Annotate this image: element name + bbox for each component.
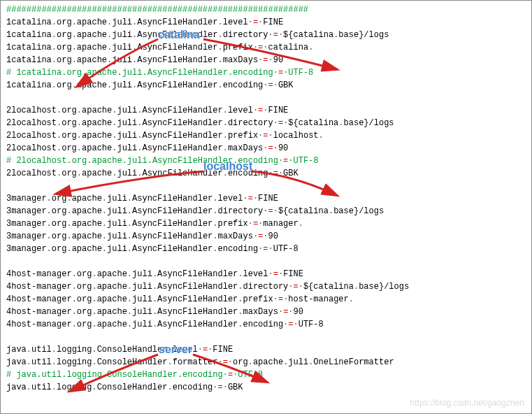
watermark: https://blog.csdn.net/gaogzhen — [410, 397, 524, 409]
property-line: 1catalina.org.apache.juli.AsyncFileHandl… — [6, 54, 526, 66]
property-line: 3manager.org.apache.juli.AsyncFileHandle… — [6, 230, 526, 243]
property-line: 3manager.org.apache.juli.AsyncFileHandle… — [6, 192, 526, 205]
property-line: 2localhost.org.apache.juli.AsyncFileHand… — [6, 167, 526, 180]
property-line: java.util.logging.ConsoleHandler.level·=… — [6, 343, 526, 356]
code-snippet-container: ########################################… — [0, 0, 532, 414]
comment-line: # 2localhost.org.apache.juli.AsyncFileHa… — [6, 155, 526, 167]
comment-line: # 1catalina.org.apache.juli.AsyncFileHan… — [6, 66, 526, 79]
property-line: java.util.logging.ConsoleHandler.encodin… — [6, 381, 526, 394]
property-line: 3manager.org.apache.juli.AsyncFileHandle… — [6, 217, 526, 230]
blank-line — [6, 331, 526, 343]
property-line: 4host-manager.org.apache.juli.AsyncFileH… — [6, 293, 526, 306]
property-line: 4host-manager.org.apache.juli.AsyncFileH… — [6, 268, 526, 280]
property-line: 2localhost.org.apache.juli.AsyncFileHand… — [6, 129, 526, 142]
property-line: 1catalina.org.apache.juli.AsyncFileHandl… — [6, 79, 526, 92]
property-line: 4host-manager.org.apache.juli.AsyncFileH… — [6, 306, 526, 318]
comment-line: # java.util.logging.ConsoleHandler.encod… — [6, 369, 526, 381]
property-line: 2localhost.org.apache.juli.AsyncFileHand… — [6, 142, 526, 155]
property-line: 1catalina.org.apache.juli.AsyncFileHandl… — [6, 29, 526, 41]
property-line: 2localhost.org.apache.juli.AsyncFileHand… — [6, 117, 526, 129]
property-line: 1catalina.org.apache.juli.AsyncFileHandl… — [6, 41, 526, 54]
blank-line — [6, 180, 526, 192]
property-line: 1catalina.org.apache.juli.AsyncFileHandl… — [6, 16, 526, 29]
blank-line — [6, 255, 526, 268]
property-line: java.util.logging.ConsoleHandler.formatt… — [6, 356, 526, 369]
property-line: 4host-manager.org.apache.juli.AsyncFileH… — [6, 280, 526, 293]
code-block: ########################################… — [6, 3, 526, 394]
hash-divider: ########################################… — [6, 3, 526, 16]
blank-line — [6, 92, 526, 104]
property-line: 3manager.org.apache.juli.AsyncFileHandle… — [6, 243, 526, 255]
property-line: 3manager.org.apache.juli.AsyncFileHandle… — [6, 205, 526, 217]
property-line: 2localhost.org.apache.juli.AsyncFileHand… — [6, 104, 526, 117]
property-line: 4host-manager.org.apache.juli.AsyncFileH… — [6, 318, 526, 331]
